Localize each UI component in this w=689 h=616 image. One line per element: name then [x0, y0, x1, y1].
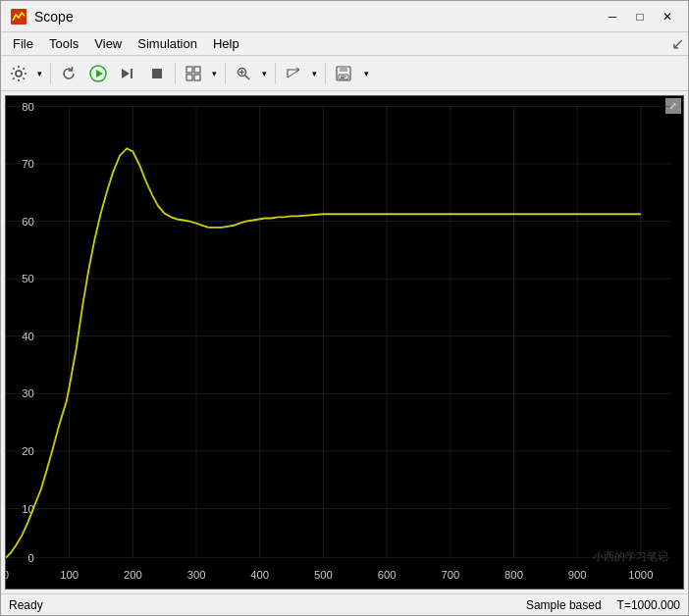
plot-wrapper[interactable]: ⤢ 小西的学习笔记 [5, 95, 684, 590]
statusbar: Ready Sample based T=1000.000 [1, 593, 688, 615]
svg-text:900: 900 [568, 568, 587, 580]
svg-text:600: 600 [378, 568, 397, 580]
svg-text:500: 500 [314, 568, 333, 580]
svg-text:300: 300 [187, 568, 206, 580]
stop-button[interactable] [143, 60, 171, 87]
window-controls: ─ □ ✕ [600, 6, 680, 27]
minimize-button[interactable]: ─ [600, 6, 625, 27]
svg-rect-8 [194, 67, 200, 73]
toolbar: ▾ [1, 56, 688, 91]
svg-text:800: 800 [504, 568, 523, 580]
svg-text:20: 20 [22, 445, 34, 457]
svg-rect-9 [186, 75, 192, 80]
sep1 [50, 63, 51, 84]
maximize-button[interactable]: □ [627, 6, 653, 27]
menu-simulation[interactable]: Simulation [130, 34, 205, 53]
expand-icon[interactable]: ↙ [671, 34, 684, 53]
titlebar: Scope ─ □ ✕ [1, 1, 688, 32]
svg-text:40: 40 [22, 331, 34, 342]
svg-marker-4 [122, 69, 130, 78]
svg-line-12 [245, 75, 250, 79]
svg-rect-7 [186, 67, 192, 73]
scale-dropdown[interactable]: ▾ [280, 60, 321, 87]
svg-rect-10 [194, 75, 200, 80]
menu-view[interactable]: View [86, 34, 130, 53]
sample-based-label: Sample based [526, 598, 602, 612]
svg-rect-6 [152, 69, 162, 78]
svg-rect-5 [131, 69, 132, 78]
window-title: Scope [34, 9, 600, 25]
svg-rect-16 [340, 67, 347, 72]
layout-button[interactable] [180, 60, 207, 87]
zoom-dropdown-arrow[interactable]: ▾ [257, 60, 271, 87]
svg-text:70: 70 [22, 158, 34, 170]
settings-button[interactable] [5, 60, 32, 87]
svg-text:0: 0 [6, 568, 9, 580]
scale-dropdown-arrow[interactable]: ▾ [307, 60, 321, 87]
layout-dropdown-arrow[interactable]: ▾ [207, 60, 221, 87]
sep5 [325, 63, 326, 84]
sep3 [225, 63, 226, 84]
svg-text:400: 400 [250, 568, 269, 580]
menu-help[interactable]: Help [205, 34, 247, 53]
svg-text:30: 30 [22, 387, 34, 399]
sep2 [175, 63, 176, 84]
menu-tools[interactable]: Tools [41, 34, 86, 53]
menu-file[interactable]: File [5, 34, 41, 53]
plot-container: ⤢ 小西的学习笔记 [1, 91, 688, 593]
step-forward-button[interactable] [114, 60, 141, 87]
svg-text:50: 50 [22, 273, 34, 284]
layout-dropdown[interactable]: ▾ [180, 60, 221, 87]
play-button[interactable] [84, 60, 112, 87]
close-button[interactable]: ✕ [655, 6, 680, 27]
save-button[interactable] [330, 60, 357, 87]
refresh-button[interactable] [55, 60, 82, 87]
status-right: Sample based T=1000.000 [526, 598, 680, 612]
main-window: Scope ─ □ ✕ File Tools View Simulation H… [0, 0, 689, 616]
settings-dropdown-arrow[interactable]: ▾ [32, 60, 46, 87]
svg-text:700: 700 [441, 568, 459, 580]
app-icon [9, 7, 28, 26]
menubar: File Tools View Simulation Help ↙ [1, 32, 688, 56]
settings-dropdown[interactable]: ▾ [5, 60, 46, 87]
svg-marker-3 [96, 70, 103, 77]
autoscale-button[interactable] [280, 60, 307, 87]
svg-text:1000: 1000 [628, 568, 653, 580]
svg-text:80: 80 [22, 101, 34, 113]
svg-point-1 [16, 71, 22, 77]
zoom-dropdown[interactable]: ▾ [230, 60, 271, 87]
sep4 [275, 63, 276, 84]
time-label: T=1000.000 [617, 598, 680, 612]
zoom-button[interactable] [230, 60, 257, 87]
status-ready: Ready [9, 598, 526, 612]
svg-text:0: 0 [27, 552, 33, 564]
svg-text:100: 100 [60, 568, 79, 580]
svg-text:200: 200 [124, 568, 142, 580]
svg-text:60: 60 [22, 216, 34, 228]
save-dropdown-arrow[interactable]: ▾ [359, 60, 373, 87]
